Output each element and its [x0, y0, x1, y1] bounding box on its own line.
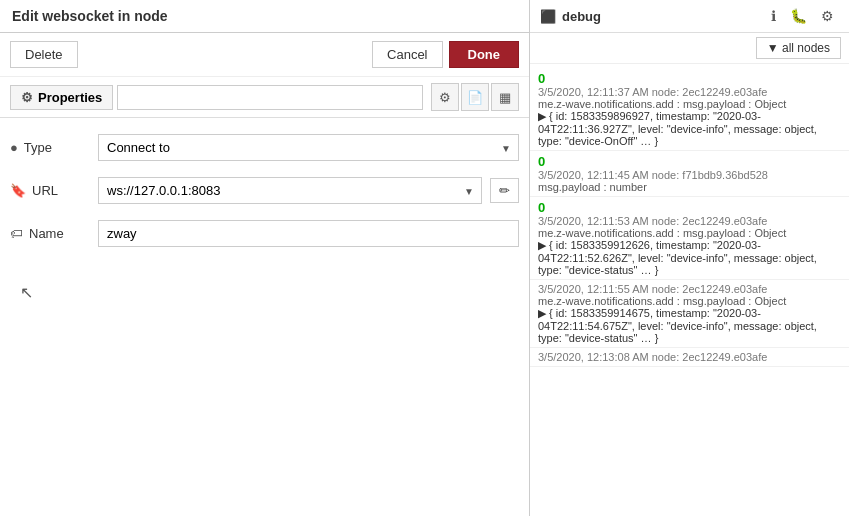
name-label: 🏷 Name — [10, 226, 90, 241]
left-panel: Edit websocket in node Delete Cancel Don… — [0, 0, 530, 516]
debug-payload-2: me.z-wave.notifications.add : msg.payloa… — [538, 227, 841, 239]
debug-payload-3: me.z-wave.notifications.add : msg.payloa… — [538, 295, 841, 307]
tabs-row: ⚙ Properties ⚙ 📄 ▦ — [0, 77, 529, 118]
debug-entry-3: 3/5/2020, 12:11:55 AM node: 2ec12249.e03… — [530, 280, 849, 348]
cancel-button[interactable]: Cancel — [372, 41, 442, 68]
url-bookmark-icon: 🔖 — [10, 183, 26, 198]
form-area: ● Type Connect to Listen on 🔖 URL — [0, 118, 529, 263]
done-button[interactable]: Done — [449, 41, 520, 68]
empty-form-area: ↖ — [0, 263, 529, 516]
gear-icon: ⚙ — [21, 90, 33, 105]
name-tag-icon: 🏷 — [10, 226, 23, 241]
debug-payload-0: me.z-wave.notifications.add : msg.payloa… — [538, 98, 841, 110]
tab-search-input[interactable] — [117, 85, 423, 110]
url-edit-button[interactable]: ✏ — [490, 178, 519, 203]
type-select[interactable]: Connect to Listen on — [98, 134, 519, 161]
settings-debug-button[interactable]: ⚙ — [816, 6, 839, 26]
url-select[interactable]: ws://127.0.0.1:8083 — [98, 177, 482, 204]
debug-meta-0: 3/5/2020, 12:11:37 AM node: 2ec12249.e03… — [538, 86, 841, 98]
debug-panel-icon: ⬛ — [540, 9, 556, 24]
debug-value-0[interactable]: 0 — [538, 71, 841, 86]
debug-value-2[interactable]: 0 — [538, 200, 841, 215]
properties-tab-label: Properties — [38, 90, 102, 105]
cursor-icon: ↖ — [20, 284, 33, 301]
url-label: 🔖 URL — [10, 183, 90, 198]
name-row: 🏷 Name — [10, 220, 519, 247]
bug-icon-button[interactable]: 🐛 — [785, 6, 812, 26]
type-label: ● Type — [10, 140, 90, 155]
info-icon-button[interactable]: ℹ — [766, 6, 781, 26]
debug-payload-1: msg.payload : number — [538, 181, 841, 193]
dialog-title: Edit websocket in node — [0, 0, 529, 33]
name-input[interactable] — [98, 220, 519, 247]
debug-entry-0: 0 3/5/2020, 12:11:37 AM node: 2ec12249.e… — [530, 68, 849, 151]
delete-button[interactable]: Delete — [10, 41, 78, 68]
grid-icon-btn[interactable]: ▦ — [491, 83, 519, 111]
type-bullet-icon: ● — [10, 140, 18, 155]
debug-entry-4: 3/5/2020, 12:13:08 AM node: 2ec12249.e03… — [530, 348, 849, 367]
debug-expand-2[interactable]: ▶ { id: 1583359912626, timestamp: "2020-… — [538, 239, 841, 276]
button-row: Delete Cancel Done — [0, 33, 529, 77]
book-icon-btn[interactable]: 📄 — [461, 83, 489, 111]
debug-meta-3: 3/5/2020, 12:11:55 AM node: 2ec12249.e03… — [538, 283, 841, 295]
debug-meta-2: 3/5/2020, 12:11:53 AM node: 2ec12249.e03… — [538, 215, 841, 227]
url-row: 🔖 URL ws://127.0.0.1:8083 ✏ — [10, 177, 519, 204]
debug-value-1[interactable]: 0 — [538, 154, 841, 169]
debug-entry-1: 0 3/5/2020, 12:11:45 AM node: f71bdb9.36… — [530, 151, 849, 197]
debug-meta-1: 3/5/2020, 12:11:45 AM node: f71bdb9.36bd… — [538, 169, 841, 181]
type-row: ● Type Connect to Listen on — [10, 134, 519, 161]
tab-icons: ⚙ 📄 ▦ — [431, 83, 519, 111]
settings-icon-btn[interactable]: ⚙ — [431, 83, 459, 111]
all-nodes-filter-button[interactable]: ▼ all nodes — [756, 37, 841, 59]
debug-title: ⬛ debug — [540, 9, 766, 24]
properties-tab[interactable]: ⚙ Properties — [10, 85, 113, 110]
debug-expand-0[interactable]: ▶ { id: 1583359896927, timestamp: "2020-… — [538, 110, 841, 147]
debug-expand-3[interactable]: ▶ { id: 1583359914675, timestamp: "2020-… — [538, 307, 841, 344]
debug-header-icons: ℹ 🐛 ⚙ — [766, 6, 839, 26]
right-panel: ⬛ debug ℹ 🐛 ⚙ ▼ all nodes 0 3/5/2020, 12… — [530, 0, 849, 516]
debug-entry-2: 0 3/5/2020, 12:11:53 AM node: 2ec12249.e… — [530, 197, 849, 280]
debug-header: ⬛ debug ℹ 🐛 ⚙ — [530, 0, 849, 33]
url-select-wrapper: ws://127.0.0.1:8083 — [98, 177, 482, 204]
debug-filter-row: ▼ all nodes — [530, 33, 849, 64]
debug-meta-4: 3/5/2020, 12:13:08 AM node: 2ec12249.e03… — [538, 351, 841, 363]
debug-content: 0 3/5/2020, 12:11:37 AM node: 2ec12249.e… — [530, 64, 849, 516]
type-select-wrapper: Connect to Listen on — [98, 134, 519, 161]
